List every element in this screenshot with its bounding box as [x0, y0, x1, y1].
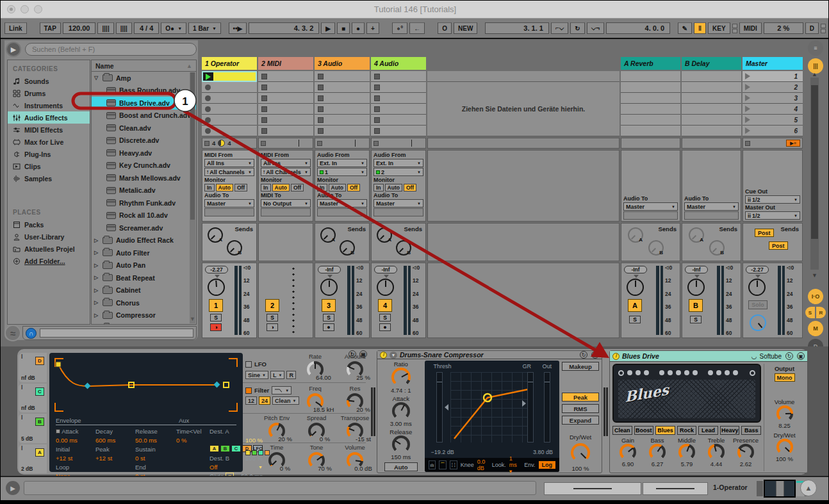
send-b-knob[interactable]: B [396, 240, 411, 256]
clip-slot[interactable] [202, 126, 257, 136]
mode-lead-button[interactable]: Lead [698, 426, 718, 435]
scene-slot[interactable]: 2 [743, 82, 803, 93]
monitor-off-button[interactable]: Off [404, 184, 416, 191]
show-returns-button[interactable]: R [816, 307, 826, 318]
release-value[interactable]: 50.0 ms [135, 436, 176, 444]
clip-slot[interactable] [202, 93, 257, 104]
makeup-handle[interactable] [522, 400, 526, 407]
output-chooser[interactable]: Master▼ [204, 199, 254, 207]
track-activator[interactable]: 3 [322, 299, 336, 312]
return-header-b[interactable]: B Delay [682, 57, 741, 70]
scene-slot[interactable]: 5 [743, 115, 803, 126]
loop-length-field[interactable]: 4. 0. 0 [606, 22, 670, 34]
op-volume-knob[interactable] [347, 452, 363, 469]
follow-button[interactable]: ••▶ [229, 22, 247, 34]
timevel-value[interactable]: 0 % [176, 436, 209, 444]
volume-field[interactable]: -2.27 [205, 266, 228, 273]
nudge-down-button[interactable]: |||| [97, 22, 113, 34]
clip-slot[interactable] [315, 93, 370, 104]
auto-release-button[interactable]: Auto [384, 462, 418, 471]
send-b-knob[interactable]: B [227, 240, 242, 256]
arrangement-position-field[interactable]: 4. 3. 2 [249, 22, 319, 34]
list-item-folder[interactable]: ▷Audio Effect Rack [92, 234, 196, 247]
compressor-graph[interactable]: Thresh GR Out −19.2 dB 3.80 dB ılı ⌒ [425, 361, 559, 472]
input-channel-chooser[interactable]: ⁞All Channels▼ [204, 168, 254, 176]
clip-slot[interactable] [202, 115, 257, 126]
oscillator-row-a[interactable]: lA2 dB [19, 444, 47, 474]
monitor-in-button[interactable]: In [204, 184, 215, 191]
record-button[interactable]: ● [352, 22, 365, 34]
crossfader-b[interactable] [643, 482, 708, 495]
list-item[interactable]: Metalic.adv [92, 184, 196, 197]
send-b-post-button[interactable]: Post [769, 241, 788, 250]
list-item[interactable]: Rhythm Funk.adv [92, 197, 196, 209]
output-chooser[interactable]: Master▼ [623, 202, 678, 211]
monitor-off-button[interactable]: Off [234, 184, 247, 191]
mono-button[interactable]: Mono [775, 373, 795, 382]
volume-knob[interactable] [320, 279, 338, 296]
oscillator-row-b[interactable]: lB5 dB [19, 414, 47, 443]
filter-slope-12-button[interactable]: 12 [245, 396, 257, 405]
scene-slot[interactable]: 1 [743, 71, 803, 82]
track-activator[interactable]: 4 [378, 299, 392, 312]
out-db[interactable]: 3.80 dB [533, 449, 553, 455]
clip-slot[interactable] [315, 82, 370, 93]
scene-slot[interactable]: 6 [743, 126, 803, 136]
send-a-knob[interactable]: A [689, 227, 704, 243]
sidebar-item-instruments[interactable]: Instruments [8, 99, 90, 111]
track-status-3[interactable] [315, 138, 370, 149]
cue-volume-knob[interactable] [750, 314, 766, 331]
list-item[interactable]: Rock all 10.adv [92, 209, 196, 222]
treble-knob[interactable] [708, 444, 725, 460]
cue-out-chooser[interactable]: ii1/2▼ [745, 195, 800, 204]
time-knob[interactable] [268, 452, 285, 469]
time-signature-field[interactable]: 4 / 4 [134, 22, 159, 34]
new-button[interactable]: NEW [454, 22, 477, 34]
lfo-wave-chooser[interactable]: Sine▼ [245, 371, 268, 379]
device-on-toggle[interactable]: ⏽ [612, 353, 620, 360]
monitor-auto-button[interactable]: Auto [385, 184, 402, 191]
monitor-in-button[interactable]: In [373, 184, 384, 191]
monitor-auto-button[interactable]: Auto [329, 184, 346, 191]
sort-arrow-icon[interactable]: ▲ [186, 63, 192, 69]
device-on-toggle[interactable]: ⏽ [380, 352, 387, 359]
punch-in-button[interactable]: ⌐⌵ [551, 22, 568, 34]
list-item-selected[interactable]: Blues Drive.adv [92, 97, 196, 110]
sidebar-item-max-for-live[interactable]: Max for Live [8, 136, 90, 148]
clip-slot[interactable] [371, 104, 426, 115]
preview-headphone-icon[interactable]: ∩ [26, 328, 37, 339]
track-status-1[interactable]: 4 4 [202, 138, 257, 149]
pitch-env-knob[interactable] [268, 423, 285, 439]
transpose-knob[interactable] [347, 423, 363, 439]
lfo-toggle[interactable] [245, 361, 252, 368]
overview-menu-icon[interactable]: ≡ [808, 40, 823, 56]
sidechain-view-icon[interactable]: ᎒᎒ [450, 460, 457, 469]
curve-view-icon[interactable]: ⌒ [439, 460, 447, 469]
osc-c-button[interactable]: C [35, 387, 44, 396]
filter-res-knob[interactable] [347, 393, 363, 410]
master-header[interactable]: Master [743, 57, 803, 70]
play-button[interactable]: ▶ [321, 22, 335, 34]
monitor-in-button[interactable]: In [261, 184, 271, 191]
osc-d-button[interactable]: D [35, 357, 44, 365]
input-channel-chooser[interactable]: ⁞All Channels▼ [261, 168, 311, 176]
volume-field[interactable]: -Inf [685, 266, 708, 273]
list-item[interactable]: Boost and Crunch.adv [92, 110, 196, 122]
list-item[interactable]: Screamer.adv [92, 222, 196, 234]
arm-button[interactable]: ● [323, 323, 334, 331]
clip-slot[interactable] [371, 126, 426, 136]
clip-slot[interactable] [258, 93, 313, 104]
input-type-chooser[interactable]: Ext. In▼ [373, 159, 423, 167]
expand-mode-button[interactable]: Expand [562, 416, 599, 425]
sidebar-item-sounds[interactable]: Sounds [8, 75, 90, 87]
threshold-db[interactable]: −19.2 dB [431, 449, 454, 455]
release-knob[interactable] [392, 435, 410, 453]
list-item[interactable]: Key Crunch.adv [92, 159, 196, 172]
arm-button[interactable]: ● [379, 323, 391, 331]
sidebar-item-add-folder[interactable]: Add Folder... [8, 255, 90, 267]
volume-field[interactable]: -2.27 [746, 266, 769, 273]
scroll-up-icon[interactable]: ▲ [810, 71, 819, 77]
gain-knob[interactable] [620, 444, 636, 460]
lfo-amount-knob[interactable] [347, 361, 363, 378]
knee-value[interactable]: 0.0 dB [477, 459, 489, 471]
